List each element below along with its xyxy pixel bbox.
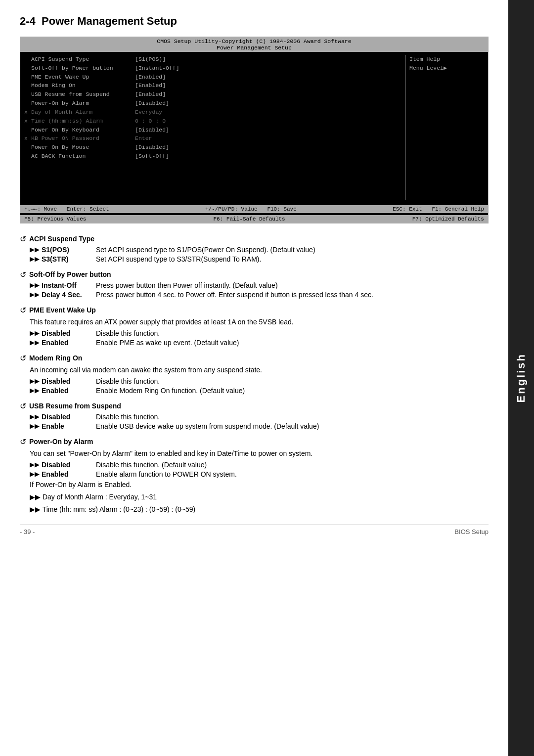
bios-row: ACPI Suspend Type[S1(POS)] xyxy=(24,55,405,64)
sub-item-desc: Press power button 4 sec. to Power off. … xyxy=(96,291,489,299)
bios-row-value: Enter xyxy=(135,134,152,143)
bios-nav-value: +/-/PU/PD: Value F10: Save xyxy=(205,206,297,212)
bios-row-value: [Disabled] xyxy=(135,126,169,134)
bios-row-label: Day of Month Alarm xyxy=(31,108,135,117)
sub-item-label: Disabled xyxy=(42,413,91,421)
bios-row: PME Event Wake Up[Enabled] xyxy=(24,73,405,82)
section-title-power-on-alarm: Power-On by Alarm xyxy=(20,437,489,446)
sub-item: ▶▶EnabledEnable PME as wake up event. (D… xyxy=(20,339,489,347)
section-desc-power-on-alarm: You can set "Power-On by Alarm" item to … xyxy=(20,448,489,459)
section-title-acpi-suspend-type: ACPI Suspend Type xyxy=(20,234,489,244)
bios-row: USB Resume from Suspend[Enabled] xyxy=(24,90,405,99)
sub-item-desc: Enable Modem Ring On function. (Default … xyxy=(96,387,489,395)
arrow-icon: ▶▶ xyxy=(30,246,40,254)
bios-row-value: [Enabled] xyxy=(135,81,166,90)
page-number: - 39 - xyxy=(20,528,35,535)
section-extra: ▶▶ Time (hh: mm: ss) Alarm : (0~23) : (0… xyxy=(20,504,489,515)
sub-item-desc: Press power button then Power off instan… xyxy=(96,281,489,289)
sub-item-desc: Disable this function. xyxy=(96,329,489,337)
arrow-icon: ▶▶ xyxy=(30,255,40,263)
bios-bottom-bar: ↑↓→←: Move Enter: Select +/-/PU/PD: Valu… xyxy=(20,205,488,213)
bios-row-value: [Disabled] xyxy=(135,143,169,152)
section-title-soft-off-power: Soft-Off by Power button xyxy=(20,270,489,279)
bios-row: AC BACK Function[Soft-Off] xyxy=(24,152,405,161)
bios-row-label: Power On By Keyboard xyxy=(31,126,135,134)
bios-row-label: Power On By Mouse xyxy=(31,143,135,152)
arrow-icon: ▶▶ xyxy=(30,422,40,430)
sub-item: ▶▶DisabledDisable this function. (Defaul… xyxy=(20,461,489,469)
sub-item: ▶▶Delay 4 Sec.Press power button 4 sec. … xyxy=(20,291,489,299)
chapter-heading: 2-4 Power Management Setup xyxy=(20,15,489,28)
sub-item: ▶▶EnableEnable USB device wake up system… xyxy=(20,422,489,430)
bios-nav-f7: F7: Optimized Defaults xyxy=(412,216,484,222)
language-label: English xyxy=(515,353,528,402)
bios-row: xTime (hh:mm:ss) Alarm0 : 0 : 0 xyxy=(24,117,405,126)
bios-row-value: [Enabled] xyxy=(135,90,166,99)
bios-title-line1: CMOS Setup Utility-Copyright (C) 1984-20… xyxy=(20,38,488,44)
arrow-icon: ▶▶ xyxy=(30,387,40,395)
sub-item: ▶▶DisabledDisable this function. xyxy=(20,329,489,337)
chapter-number: 2-4 xyxy=(20,15,36,27)
section-desc-modem-ring-on: An incoming call via modem can awake the… xyxy=(20,365,489,375)
section-title-modem-ring-on: Modem Ring On xyxy=(20,354,489,363)
bios-screenshot: CMOS Setup Utility-Copyright (C) 1984-20… xyxy=(20,37,489,223)
section-power-on-alarm: Power-On by AlarmYou can set "Power-On b… xyxy=(20,437,489,515)
sub-item-desc: Set ACPI suspend type to S3/STR(Suspend … xyxy=(96,255,489,263)
sub-item-label: Enabled xyxy=(42,387,91,395)
bios-row-label: USB Resume from Suspend xyxy=(31,90,135,99)
sub-item-label: S3(STR) xyxy=(42,255,91,263)
sub-item: ▶▶EnabledEnable Modem Ring On function. … xyxy=(20,387,489,395)
arrow-icon: ▶▶ xyxy=(30,413,40,421)
sub-item-desc: Enable PME as wake up event. (Default va… xyxy=(96,339,489,347)
bios-row-label: KB Power ON Password xyxy=(31,134,135,143)
section-desc-pme-event-wake-up: This feature requires an ATX power suppl… xyxy=(20,317,489,327)
language-tab: English xyxy=(508,0,534,756)
arrow-icon: ▶▶ xyxy=(30,339,40,347)
bios-title-bar: CMOS Setup Utility-Copyright (C) 1984-20… xyxy=(20,37,488,52)
chapter-title: Power Management Setup xyxy=(42,15,177,27)
footer-label: BIOS Setup xyxy=(454,528,489,535)
bios-nav-f6: F6: Fail-Safe Defaults xyxy=(213,216,285,222)
bios-row-label: ACPI Suspend Type xyxy=(31,55,135,64)
sub-item: ▶▶DisabledDisable this function. xyxy=(20,413,489,421)
bios-settings-panel: ACPI Suspend Type[S1(POS)] Soft-Off by P… xyxy=(24,55,405,200)
bios-item-help-title: Item Help xyxy=(409,55,484,64)
sections-container: ACPI Suspend Type▶▶S1(POS)Set ACPI suspe… xyxy=(20,234,489,515)
sub-item: ▶▶Instant-OffPress power button then Pow… xyxy=(20,281,489,289)
bios-row-label: Modem Ring On xyxy=(31,81,135,90)
section-title-usb-resume-suspend: USB Resume from Suspend xyxy=(20,401,489,411)
sub-item-label: Disabled xyxy=(42,461,91,469)
bios-row: Modem Ring On[Enabled] xyxy=(24,81,405,90)
section-pme-event-wake-up: PME Event Wake UpThis feature requires a… xyxy=(20,306,489,347)
sub-item-label: Delay 4 Sec. xyxy=(42,291,91,299)
section-acpi-suspend-type: ACPI Suspend Type▶▶S1(POS)Set ACPI suspe… xyxy=(20,234,489,263)
sub-item-label: Enabled xyxy=(42,339,91,347)
page-footer: - 39 - BIOS Setup xyxy=(20,525,489,535)
sub-item: ▶▶DisabledDisable this function. xyxy=(20,377,489,385)
bios-nav-esc: ESC: Exit F1: General Help xyxy=(393,206,484,212)
sub-item-desc: Disable this function. xyxy=(96,377,489,385)
section-usb-resume-suspend: USB Resume from Suspend▶▶DisabledDisable… xyxy=(20,401,489,430)
bios-row: Power On By Mouse[Disabled] xyxy=(24,143,405,152)
section-soft-off-power: Soft-Off by Power button▶▶Instant-OffPre… xyxy=(20,270,489,299)
sub-item-label: Disabled xyxy=(42,377,91,385)
arrow-icon: ▶▶ xyxy=(30,470,40,478)
bios-row-label: Power-On by Alarm xyxy=(31,99,135,108)
bios-menu-level: Menu Level▶ xyxy=(409,64,484,73)
bios-row-label: AC BACK Function xyxy=(31,152,135,161)
bios-row-value: [Soft-Off] xyxy=(135,152,169,161)
bios-row: Power On By Keyboard[Disabled] xyxy=(24,126,405,134)
bios-row: Soft-Off by Power button[Instant-Off] xyxy=(24,64,405,73)
arrow-icon: ▶▶ xyxy=(30,461,40,469)
section-extra: ▶▶ Day of Month Alarm : Everyday, 1~31 xyxy=(20,492,489,502)
sub-item: ▶▶S3(STR)Set ACPI suspend type to S3/STR… xyxy=(20,255,489,263)
bios-row-value: 0 : 0 : 0 xyxy=(135,117,166,126)
bios-inner: ACPI Suspend Type[S1(POS)] Soft-Off by P… xyxy=(20,52,488,203)
bios-item-help-panel: Item Help Menu Level▶ xyxy=(405,55,484,200)
bios-row-value: [Enabled] xyxy=(135,73,166,82)
sub-item-desc: Enable alarm function to POWER ON system… xyxy=(96,470,489,478)
sub-item-desc: Disable this function. xyxy=(96,413,489,421)
bios-row-label: PME Event Wake Up xyxy=(31,73,135,82)
bios-row-value: [S1(POS)] xyxy=(135,55,166,64)
sub-item-label: Disabled xyxy=(42,329,91,337)
